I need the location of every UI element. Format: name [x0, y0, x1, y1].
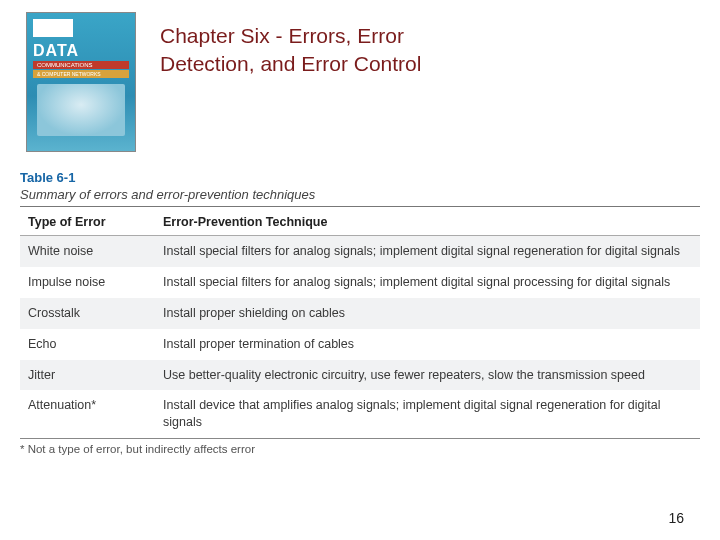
col-header-type: Type of Error: [20, 209, 155, 236]
cell-type: Attenuation*: [20, 390, 155, 438]
cover-sub2: & COMPUTER NETWORKS: [33, 70, 129, 78]
table-footnote: * Not a type of error, but indirectly af…: [20, 439, 700, 455]
table-row: Jitter Use better-quality electronic cir…: [20, 360, 700, 391]
cover-photo: [37, 84, 125, 136]
col-header-technique: Error-Prevention Technique: [155, 209, 700, 236]
cell-type: Jitter: [20, 360, 155, 391]
cover-sub1: COMMUNICATIONS: [33, 61, 129, 69]
error-table: Type of Error Error-Prevention Technique…: [20, 209, 700, 439]
cover-topbar: [33, 19, 73, 37]
table-row: Echo Install proper termination of cable…: [20, 329, 700, 360]
cell-type: Crosstalk: [20, 298, 155, 329]
cell-tech: Use better-quality electronic circuitry,…: [155, 360, 700, 391]
table-top-rule: [20, 206, 700, 207]
cell-type: White noise: [20, 236, 155, 267]
cover-main-title: DATA: [27, 37, 135, 59]
cell-type: Impulse noise: [20, 267, 155, 298]
chapter-title: Chapter Six - Errors, Error Detection, a…: [136, 12, 516, 79]
table-row: Impulse noise Install special filters fo…: [20, 267, 700, 298]
table-row: Attenuation* Install device that amplifi…: [20, 390, 700, 438]
table-row: Crosstalk Install proper shielding on ca…: [20, 298, 700, 329]
table-header-row: Type of Error Error-Prevention Technique: [20, 209, 700, 236]
cell-tech: Install proper termination of cables: [155, 329, 700, 360]
cell-tech: Install special filters for analog signa…: [155, 236, 700, 267]
table-container: Table 6-1 Summary of errors and error-pr…: [20, 170, 700, 455]
cell-tech: Install proper shielding on cables: [155, 298, 700, 329]
table-caption: Summary of errors and error-prevention t…: [20, 187, 700, 202]
slide-header: DATA COMMUNICATIONS & COMPUTER NETWORKS …: [0, 0, 720, 152]
table-row: White noise Install special filters for …: [20, 236, 700, 267]
cell-type: Echo: [20, 329, 155, 360]
book-cover-image: DATA COMMUNICATIONS & COMPUTER NETWORKS: [26, 12, 136, 152]
cell-tech: Install device that amplifies analog sig…: [155, 390, 700, 438]
table-label: Table 6-1: [20, 170, 700, 185]
page-number: 16: [668, 510, 684, 526]
cell-tech: Install special filters for analog signa…: [155, 267, 700, 298]
